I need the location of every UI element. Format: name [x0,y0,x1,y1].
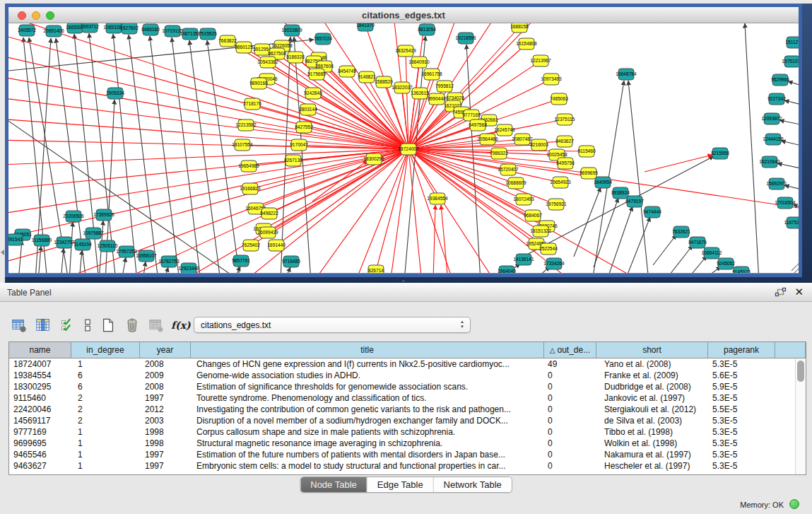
graph-node[interactable]: 16782753 [158,256,180,267]
graph-node[interactable]: 11156889 [32,235,52,246]
graph-node[interactable]: 19218596 [455,33,476,44]
graph-node[interactable]: 12444158 [763,134,784,145]
table-cell[interactable]: 9115460 [9,392,71,404]
graph-edge[interactable] [670,245,693,273]
graph-node[interactable]: 391543 [8,234,23,245]
graph-edge[interactable] [788,81,799,88]
graph-node[interactable]: 18322037 [392,82,413,93]
table-cell[interactable]: Hescheler et al. (1997) [596,460,708,472]
table-cell[interactable]: 1 [71,426,140,438]
table-cell[interactable]: Franke et al. (2009) [596,370,708,381]
graph-node[interactable]: 17334264 [543,258,565,269]
table-cell[interactable]: 5.3E-5 [708,392,775,404]
graph-node[interactable]: 14136141 [513,254,534,265]
graph-node[interactable]: 2803144 [299,104,317,115]
graph-node[interactable]: 9684067 [524,210,542,221]
table-cell[interactable]: 5.9E-5 [708,381,775,392]
graph-node[interactable]: 9242848 [304,88,322,99]
graph-node[interactable]: 8216003 [530,139,548,151]
graph-node[interactable]: 17359928 [93,209,114,221]
graph-node[interactable]: 20691406 [43,25,64,37]
splitter-grip-icon[interactable]: ⌃ [401,279,406,286]
table-cell[interactable]: Yano et al. (2008) [596,358,708,370]
graph-node[interactable]: 1964049 [498,266,516,273]
graph-node[interactable]: 7625402 [242,240,260,251]
table-row[interactable]: 2242004622012Investigating the contribut… [9,404,806,415]
graph-edge[interactable] [781,141,799,148]
table-cell[interactable]: 2 [71,415,140,426]
table-cell[interactable]: Wolkin et al. (1998) [596,438,708,449]
delete-table-icon[interactable] [147,316,165,334]
graph-node[interactable]: 9145023 [732,267,751,273]
graph-node[interactable]: 7955812 [435,81,454,92]
graph-node[interactable]: 6479197 [625,196,644,207]
graph-edge[interactable] [122,257,126,273]
table-cell[interactable]: Nakamura et al. (1997) [596,449,708,460]
graph-node[interactable]: 9227342 [767,93,786,105]
graph-node[interactable]: 19384554 [427,193,448,204]
table-cell[interactable]: 0 [544,404,596,415]
graph-node[interactable]: 16961758 [421,69,442,80]
column-header-out_de[interactable]: △out_de... [544,342,596,358]
network-window-titlebar[interactable]: citations_edges.txt [8,7,799,23]
table-cell[interactable]: Genome-wide association studies in ADHD. [191,370,544,381]
table-row[interactable]: 911546021997Tourette syndrome. Phenomeno… [9,392,806,404]
graph-edge[interactable] [433,205,435,273]
graph-node[interactable]: 1527602 [120,23,139,34]
graph-node[interactable]: 7632621 [672,226,690,238]
graph-node[interactable]: 1145194 [73,239,92,250]
table-cell[interactable]: Tourette syndrome. Phenomenology and cla… [191,392,544,404]
graph-edge[interactable] [745,23,759,273]
table-cell[interactable]: 0 [544,426,596,438]
graph-node[interactable]: 10973493 [541,74,562,85]
graph-node[interactable]: 1841370 [356,23,375,31]
table-settings-icon[interactable] [10,316,28,334]
table-cell[interactable]: 9465546 [9,449,71,460]
column-header-name[interactable]: name [9,342,71,358]
graph-node[interactable]: 12093872 [761,113,782,124]
graph-node[interactable]: 20206506 [63,211,84,222]
graph-node[interactable]: 18072493 [513,194,534,205]
graph-node[interactable]: 12923448 [178,263,199,273]
citation-network-graph[interactable]: 1872400718300295193845542405572206914061… [8,23,799,273]
graph-node[interactable]: 18300295 [363,153,384,165]
graph-node[interactable]: 1691440 [267,240,286,251]
table-row[interactable]: 946554611997Estimation of the future num… [9,449,806,460]
graph-edge[interactable] [777,163,799,170]
graph-node[interactable]: 2522544 [539,243,558,255]
table-cell[interactable]: 19384554 [9,370,71,381]
table-cell[interactable]: Estimation of significance thresholds fo… [191,381,544,392]
graph-node[interactable]: 6495756 [556,158,575,169]
table-cell[interactable]: de Silva et al. (2003) [596,415,708,426]
tab-network-table[interactable]: Network Table [434,477,512,492]
table-cell[interactable]: Dudbridge et al. (2008) [596,381,708,392]
graph-node[interactable]: 8454749 [338,66,356,77]
table-cell[interactable]: 6 [71,370,140,381]
network-canvas[interactable]: 1872400718300295193845542405572206914061… [8,23,799,273]
close-panel-icon[interactable]: ✕ [794,286,804,298]
graph-node[interactable]: 9146821 [358,71,376,83]
graph-node[interactable]: 1688158 [510,23,529,33]
graph-node[interactable]: 8215958 [711,148,729,159]
graph-node[interactable]: 7857224 [314,33,332,45]
panel-collapse-arrow-icon[interactable] [1,250,4,255]
table-cell[interactable]: 5.3E-5 [708,449,775,460]
show-columns-icon[interactable] [34,316,52,334]
table-cell[interactable]: 0 [544,415,596,426]
table-cell[interactable]: 2008 [140,381,191,392]
graph-node[interactable]: 17957253 [116,246,137,257]
graph-node[interactable]: 2693712 [81,23,99,33]
table-cell[interactable]: 1997 [140,460,191,472]
graph-node[interactable]: 826714 [368,265,384,273]
graph-node[interactable]: 1588520 [375,76,393,88]
graph-node[interactable]: 6466160 [141,24,160,35]
graph-edge[interactable] [38,246,41,273]
table-cell[interactable]: 5.3E-5 [708,358,775,370]
graph-node[interactable]: 1640954 [594,177,612,188]
delete-column-icon[interactable] [123,316,141,334]
tab-node-table[interactable]: Node Table [300,477,367,492]
table-row[interactable]: 1938455462009Genome-wide association stu… [9,370,806,381]
graph-node[interactable]: 10688609 [505,177,526,189]
table-cell[interactable]: 1997 [140,449,191,460]
graph-edge[interactable] [172,37,201,273]
